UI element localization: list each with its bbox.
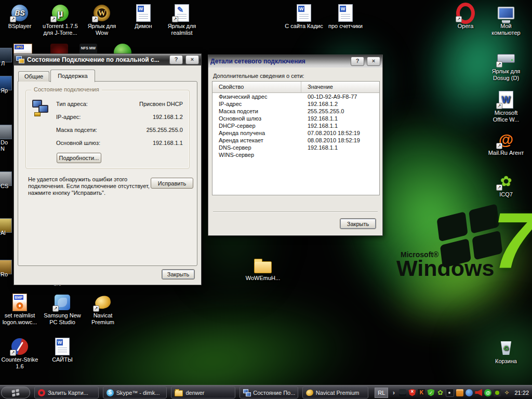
table-row[interactable]: Физический адрес00-1D-92-A9-F8-77 bbox=[212, 93, 379, 100]
icon-label: САЙТЫ bbox=[43, 356, 82, 363]
desktop-icon-sajty-doc[interactable]: САЙТЫ bbox=[43, 338, 82, 363]
mailru-agent-tray-icon[interactable] bbox=[484, 389, 491, 396]
icon-label: Counter-Strike 1.6 bbox=[0, 356, 39, 370]
desktop-icon-mailru-agent[interactable]: @ Mail.Ru Агент bbox=[486, 131, 526, 156]
bmp-badge: BMP bbox=[14, 295, 23, 300]
windows7-logo: Microsoft® Windows 7 bbox=[396, 207, 532, 291]
nvidia-tray-icon[interactable] bbox=[494, 389, 501, 396]
desktop-icon-samsung-pc-studio[interactable]: Samsung New PC Studio bbox=[43, 294, 82, 326]
desktop-icon-left-partial[interactable] bbox=[0, 125, 12, 139]
network-details-dialog: Детали сетевого подключения ? × Дополнит… bbox=[208, 55, 383, 236]
table-row[interactable]: Аренда получена07.08.2010 18:52:19 bbox=[212, 129, 379, 137]
utorrent-icon: µ bbox=[51, 4, 70, 22]
icq-tray-icon[interactable]: ✿ bbox=[436, 389, 444, 396]
desktop-icon-nfs-partial[interactable]: NFS MW bbox=[79, 44, 98, 54]
table-row[interactable]: WINS-сервер bbox=[212, 151, 379, 158]
icon-label: Navicat Premium bbox=[83, 312, 123, 326]
close-button[interactable]: Закрыть bbox=[162, 269, 195, 280]
desktop-icon-set-realmlist[interactable]: BMP set realmlist logon.wowc... bbox=[0, 294, 39, 326]
close-icon[interactable]: × bbox=[185, 55, 199, 64]
desktop-icon-ms-office[interactable]: W Microsoft Office W... bbox=[486, 91, 526, 123]
network-icon bbox=[243, 389, 250, 396]
help-button[interactable]: ? bbox=[351, 57, 364, 66]
tray-expand-chevron-icon[interactable]: › bbox=[390, 389, 397, 396]
desktop-icon-jpg-partial[interactable]: JPG bbox=[14, 44, 32, 54]
desktop-icon-bsplayer[interactable]: BS BSplayer bbox=[0, 4, 39, 30]
repair-message: Не удается обнаружить ошибки этого подкл… bbox=[28, 176, 151, 196]
icon-label: Ярлык для Wow bbox=[82, 23, 122, 36]
column-property: Свойство bbox=[212, 82, 301, 92]
divider bbox=[213, 211, 378, 212]
tab-support[interactable]: Поддержка bbox=[50, 70, 95, 82]
taskbar-task-denwer[interactable]: denwer bbox=[171, 387, 235, 398]
download-manager-tray-icon[interactable] bbox=[456, 389, 463, 396]
punto-switcher-tray-icon[interactable]: ✧ bbox=[503, 389, 510, 396]
desktop: Microsoft® Windows 7 BS BSplayer µ uTorr… bbox=[0, 0, 532, 399]
audio-device-tray-icon[interactable] bbox=[446, 389, 454, 397]
field-label: Основной шлюз: bbox=[56, 140, 100, 147]
status-dialog-titlebar[interactable]: Состояние Подключение по локальной с... … bbox=[14, 54, 201, 65]
spy-tray-icon[interactable] bbox=[399, 389, 406, 396]
kaspersky-tray-icon[interactable] bbox=[418, 389, 425, 396]
language-indicator[interactable]: RL bbox=[375, 388, 388, 398]
icon-label: Mail.Ru Агент bbox=[486, 150, 526, 156]
table-row[interactable]: Основной шлюз192.168.1.1 bbox=[212, 115, 379, 122]
field-row: Основной шлюз: 192.168.1.1 bbox=[56, 140, 183, 147]
desktop-icon-game-partial[interactable] bbox=[50, 44, 69, 54]
desktop-icon-recycle-bin[interactable]: ♻ Корзина bbox=[486, 339, 526, 365]
tab-bar: Общие Поддержка bbox=[18, 70, 95, 82]
repair-button[interactable]: Исправить bbox=[151, 178, 193, 189]
taskbar-task-status[interactable]: Состояние По... bbox=[240, 387, 298, 398]
close-button[interactable]: Закрыть bbox=[340, 218, 376, 229]
desktop-icon-green-partial[interactable] bbox=[113, 44, 132, 54]
folder-icon bbox=[254, 256, 272, 274]
task-label: Состояние По... bbox=[253, 390, 295, 396]
icon-label: uTorrent 1.7.5 для J-Torre... bbox=[41, 23, 80, 36]
table-row[interactable]: IP-адрес192.168.1.2 bbox=[212, 100, 379, 108]
taskbar-task-navicat[interactable]: Navicat Premium bbox=[302, 387, 368, 398]
desktop-icon-wowemu-folder[interactable]: WoWEmuH... bbox=[243, 256, 283, 282]
desktop-icon-dosug-drive[interactable]: Ярлык для Dosug (D) bbox=[486, 49, 526, 82]
table-row[interactable]: DHCP-сервер192.168.1.1 bbox=[212, 122, 379, 129]
taskbar-clock[interactable]: 21:22 bbox=[514, 390, 529, 396]
desktop-icon-opera[interactable]: Opera bbox=[446, 4, 485, 30]
shield-ok-tray-icon[interactable] bbox=[427, 389, 434, 396]
desktop-icon-counters-doc[interactable]: про счетчики bbox=[326, 4, 365, 30]
table-row[interactable]: Маска подсети255.255.255.0 bbox=[212, 108, 379, 115]
taskbar-task-skype[interactable]: S Skype™ - dimk... bbox=[103, 387, 167, 398]
field-row: IP-адрес: 192.168.1.2 bbox=[56, 114, 183, 121]
desktop-icon-counter-strike[interactable]: Counter-Strike 1.6 bbox=[0, 338, 39, 370]
details-button[interactable]: Подробности... bbox=[57, 153, 101, 163]
volume-tray-icon[interactable] bbox=[475, 389, 482, 396]
desktop-icon-wow-shortcut[interactable]: W Ярлык для Wow bbox=[82, 4, 122, 36]
icon-label: Мой компьютер bbox=[486, 23, 526, 36]
bsplayer-icon: BS bbox=[10, 4, 29, 22]
mailru-icon: @ bbox=[497, 131, 515, 149]
table-row[interactable]: Аренда истекает08.08.2010 18:52:19 bbox=[212, 137, 379, 144]
close-icon[interactable]: × bbox=[367, 57, 380, 66]
desktop-icon-navicat[interactable]: Navicat Premium bbox=[83, 294, 123, 326]
field-value: 255.255.255.0 bbox=[147, 127, 183, 134]
icon-label: Samsung New PC Studio bbox=[43, 312, 82, 326]
taskbar-task-opera[interactable]: Залить Карти... bbox=[34, 387, 99, 398]
desktop-icon-my-computer[interactable]: Мой компьютер bbox=[486, 4, 526, 36]
desktop-icon-dimon[interactable]: Димон bbox=[124, 4, 163, 30]
jpg-tag: JPG bbox=[15, 45, 24, 49]
desktop-icon-realmlist-shortcut[interactable]: Ярлык для realmlist bbox=[162, 4, 202, 36]
group-title: Состояние подключения bbox=[31, 86, 102, 92]
details-dialog-titlebar[interactable]: Детали сетевого подключения ? × bbox=[208, 55, 382, 68]
icon-label: Opera bbox=[446, 23, 485, 30]
status-dialog-title: Состояние Подключение по локальной с... bbox=[27, 56, 167, 63]
word-app-icon: W bbox=[497, 91, 515, 109]
antivirus-alert-tray-icon[interactable] bbox=[408, 389, 416, 396]
desktop-icon-icq7[interactable]: ✿ ICQ7 bbox=[486, 172, 526, 198]
desktop-icon-utorrent[interactable]: µ uTorrent 1.7.5 для J-Torre... bbox=[41, 4, 80, 36]
messenger-tray-icon[interactable] bbox=[466, 389, 473, 396]
help-button[interactable]: ? bbox=[169, 55, 183, 64]
desktop-icon-kadis-doc[interactable]: С сайта Кадис bbox=[284, 4, 324, 30]
network-connection-icon bbox=[16, 56, 24, 63]
start-button[interactable] bbox=[1, 387, 30, 398]
tab-general[interactable]: Общие bbox=[18, 71, 49, 82]
table-row[interactable]: DNS-сервер192.168.1.1 bbox=[212, 144, 379, 151]
field-row: Тип адреса: Присвоен DHCP bbox=[56, 101, 183, 108]
